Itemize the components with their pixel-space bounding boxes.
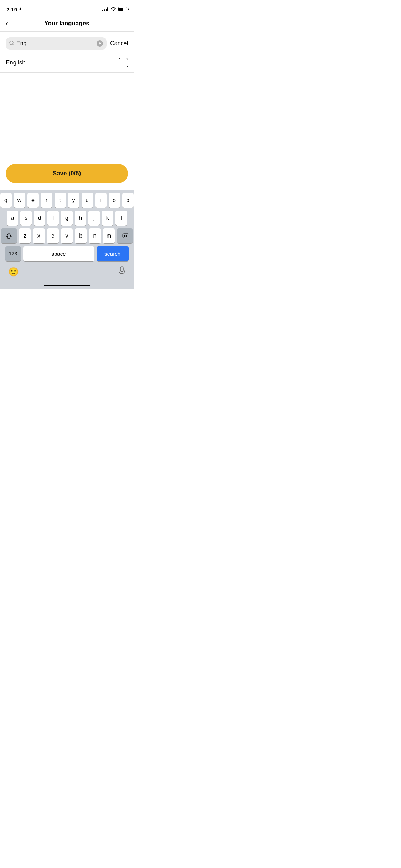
backspace-key[interactable]	[117, 228, 133, 243]
signal-icon	[102, 7, 108, 11]
keyboard: q w e r t y u i o p a s d f g h j k l z …	[0, 190, 134, 289]
key-j[interactable]: j	[88, 211, 100, 226]
svg-line-1	[13, 44, 14, 45]
key-s[interactable]: s	[20, 211, 32, 226]
keyboard-row-1: q w e r t y u i o p	[1, 193, 133, 208]
svg-rect-4	[120, 267, 123, 272]
key-b[interactable]: b	[75, 228, 87, 243]
search-icon	[9, 41, 14, 47]
save-button[interactable]: Save (0/5)	[6, 164, 128, 183]
key-w[interactable]: w	[14, 193, 25, 208]
keyboard-row-2: a s d f g h j k l	[1, 211, 133, 226]
language-list: English	[0, 53, 134, 73]
key-v[interactable]: v	[61, 228, 73, 243]
key-p[interactable]: p	[122, 193, 134, 208]
key-l[interactable]: l	[115, 211, 127, 226]
key-x[interactable]: x	[33, 228, 45, 243]
keyboard-row-4: 123 space search	[1, 246, 133, 261]
key-a[interactable]: a	[7, 211, 18, 226]
key-e[interactable]: e	[27, 193, 39, 208]
search-bar-container[interactable]: ✕	[6, 37, 107, 50]
list-item[interactable]: English	[0, 53, 134, 73]
key-t[interactable]: t	[55, 193, 66, 208]
key-n[interactable]: n	[89, 228, 101, 243]
battery-icon	[118, 7, 127, 11]
search-key[interactable]: search	[97, 246, 129, 261]
nav-header: ‹ Your languages	[0, 16, 134, 32]
page-title: Your languages	[44, 20, 89, 27]
microphone-icon[interactable]	[118, 266, 125, 278]
search-input[interactable]	[16, 40, 94, 47]
space-key[interactable]: space	[23, 246, 94, 261]
key-m[interactable]: m	[103, 228, 115, 243]
keyboard-bottom-row: 🙂	[1, 264, 133, 285]
numbers-key[interactable]: 123	[5, 246, 21, 261]
search-area: ✕ Cancel	[0, 32, 134, 50]
shift-key[interactable]	[1, 228, 17, 243]
key-d[interactable]: d	[34, 211, 45, 226]
location-icon: ✈	[19, 7, 22, 12]
save-section: Save (0/5)	[0, 158, 134, 189]
key-f[interactable]: f	[47, 211, 59, 226]
key-g[interactable]: g	[61, 211, 72, 226]
emoji-icon[interactable]: 🙂	[8, 267, 19, 277]
back-button[interactable]: ‹	[6, 20, 8, 27]
language-name: English	[6, 59, 26, 66]
keyboard-row-3: z x c v b n m	[1, 228, 133, 243]
status-bar: 2:19 ✈	[0, 0, 134, 16]
key-u[interactable]: u	[82, 193, 93, 208]
key-k[interactable]: k	[102, 211, 113, 226]
home-indicator	[44, 285, 90, 286]
key-y[interactable]: y	[68, 193, 79, 208]
key-i[interactable]: i	[95, 193, 107, 208]
wifi-icon	[110, 7, 116, 12]
key-r[interactable]: r	[41, 193, 52, 208]
cancel-button[interactable]: Cancel	[110, 40, 128, 47]
key-h[interactable]: h	[75, 211, 86, 226]
key-q[interactable]: q	[0, 193, 12, 208]
language-checkbox[interactable]	[119, 58, 128, 67]
clear-search-button[interactable]: ✕	[97, 40, 103, 47]
key-z[interactable]: z	[19, 228, 31, 243]
status-time: 2:19 ✈	[6, 6, 22, 12]
back-chevron-icon: ‹	[6, 20, 8, 27]
key-o[interactable]: o	[109, 193, 120, 208]
key-c[interactable]: c	[47, 228, 59, 243]
status-icons	[102, 7, 127, 12]
